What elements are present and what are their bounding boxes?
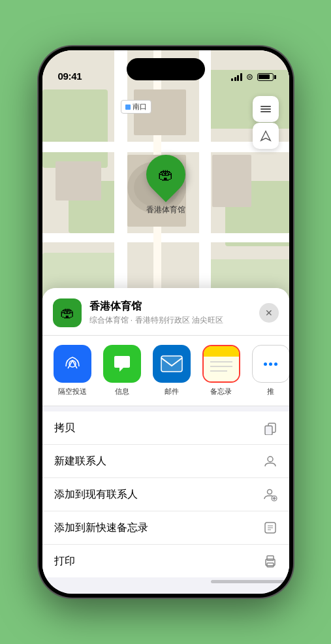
status-icons: ⊜ xyxy=(231,72,274,82)
svg-rect-23 xyxy=(161,356,182,372)
svg-rect-19 xyxy=(260,108,271,110)
new-contact-icon xyxy=(263,454,277,468)
action-item-print[interactable]: 打印 xyxy=(42,545,289,577)
svg-point-32 xyxy=(268,457,273,462)
messages-label: 信息 xyxy=(115,387,129,396)
venue-icon: 🏟 xyxy=(53,298,82,327)
stadium-icon: 🏟 xyxy=(158,167,174,182)
more-icon-wrap xyxy=(252,345,289,383)
svg-rect-26 xyxy=(204,357,239,381)
phone-frame: 09:41 ⊜ xyxy=(39,46,293,598)
marker-pin: 🏟 xyxy=(138,147,193,202)
phone-screen: 09:41 ⊜ xyxy=(42,50,289,594)
map-area: 南口 🏟 xyxy=(42,50,289,325)
layers-icon xyxy=(259,103,272,116)
share-item-more[interactable]: 推 xyxy=(251,345,289,396)
share-row: 隔空投送 信息 xyxy=(42,336,289,406)
venue-name: 香港体育馆 xyxy=(89,300,251,314)
add-notes-label: 添加到新快速备忘录 xyxy=(54,521,148,535)
close-button[interactable]: ✕ xyxy=(259,303,279,323)
svg-marker-21 xyxy=(260,131,270,140)
action-item-add-notes[interactable]: 添加到新快速备忘录 xyxy=(42,511,289,545)
copy-label: 拷贝 xyxy=(54,421,75,435)
svg-rect-31 xyxy=(265,426,272,435)
print-label: 打印 xyxy=(54,555,75,568)
mail-icon xyxy=(161,355,183,372)
copy-icon xyxy=(263,421,277,435)
action-item-add-existing[interactable]: 添加到现有联系人 xyxy=(42,478,289,511)
svg-rect-9 xyxy=(42,233,289,242)
status-time: 09:41 xyxy=(58,71,82,82)
svg-rect-16 xyxy=(212,155,251,207)
action-list: 拷贝 新建联系人 添加到现有联系人 xyxy=(42,411,289,577)
location-button[interactable] xyxy=(253,123,279,149)
add-notes-icon xyxy=(263,521,277,535)
label-dot xyxy=(125,105,131,110)
airdrop-icon-wrap xyxy=(54,345,91,383)
svg-rect-43 xyxy=(267,563,274,567)
signal-bars-icon xyxy=(231,73,242,81)
svg-rect-7 xyxy=(114,50,127,325)
notes-label: 备忘录 xyxy=(210,387,232,396)
map-layers-button[interactable] xyxy=(253,96,279,122)
marker-label: 香港体育馆 xyxy=(146,204,185,216)
action-item-new-contact[interactable]: 新建联系人 xyxy=(42,445,289,478)
svg-rect-25 xyxy=(204,346,239,357)
share-item-notes[interactable]: 备忘录 xyxy=(202,345,241,396)
more-label: 推 xyxy=(267,387,274,396)
print-icon xyxy=(263,554,277,568)
dynamic-island xyxy=(127,58,205,80)
svg-rect-15 xyxy=(55,161,101,201)
venue-desc: 综合体育馆 · 香港特别行政区 油尖旺区 xyxy=(89,315,251,326)
messages-icon-wrap xyxy=(103,345,141,383)
mail-label: 邮件 xyxy=(165,387,179,396)
svg-point-33 xyxy=(267,490,272,494)
svg-rect-10 xyxy=(199,50,211,325)
svg-rect-42 xyxy=(267,556,274,560)
mail-icon-wrap xyxy=(153,345,191,383)
battery-icon xyxy=(257,73,274,81)
new-contact-label: 新建联系人 xyxy=(54,455,106,468)
close-icon: ✕ xyxy=(265,308,273,318)
svg-rect-20 xyxy=(260,111,271,112)
svg-rect-1 xyxy=(42,89,108,168)
share-item-messages[interactable]: 信息 xyxy=(102,345,142,396)
notes-icon-wrap xyxy=(202,345,240,383)
add-existing-icon xyxy=(263,487,277,502)
svg-rect-18 xyxy=(260,106,271,107)
map-label-tag: 南口 xyxy=(121,100,151,114)
airdrop-icon xyxy=(63,354,82,374)
sheet-header: 🏟 香港体育馆 综合体育馆 · 香港特别行政区 油尖旺区 ✕ xyxy=(42,288,289,336)
bottom-sheet: 🏟 香港体育馆 综合体育馆 · 香港特别行政区 油尖旺区 ✕ xyxy=(42,288,289,594)
share-item-airdrop[interactable]: 隔空投送 xyxy=(53,345,92,396)
home-indicator xyxy=(211,580,289,583)
map-label-text: 南口 xyxy=(133,102,147,112)
action-item-copy[interactable]: 拷贝 xyxy=(42,411,289,445)
stadium-marker: 🏟 香港体育馆 xyxy=(146,155,185,216)
venue-info: 香港体育馆 综合体育馆 · 香港特别行政区 油尖旺区 xyxy=(89,300,251,326)
location-icon xyxy=(260,130,272,142)
add-existing-label: 添加到现有联系人 xyxy=(54,488,138,502)
airdrop-label: 隔空投送 xyxy=(58,387,87,396)
share-item-mail[interactable]: 邮件 xyxy=(152,345,191,396)
notes-icon xyxy=(204,346,239,381)
more-dots-icon xyxy=(264,362,277,366)
messages-icon xyxy=(112,353,133,374)
map-controls[interactable] xyxy=(253,96,279,149)
wifi-icon: ⊜ xyxy=(246,72,253,82)
